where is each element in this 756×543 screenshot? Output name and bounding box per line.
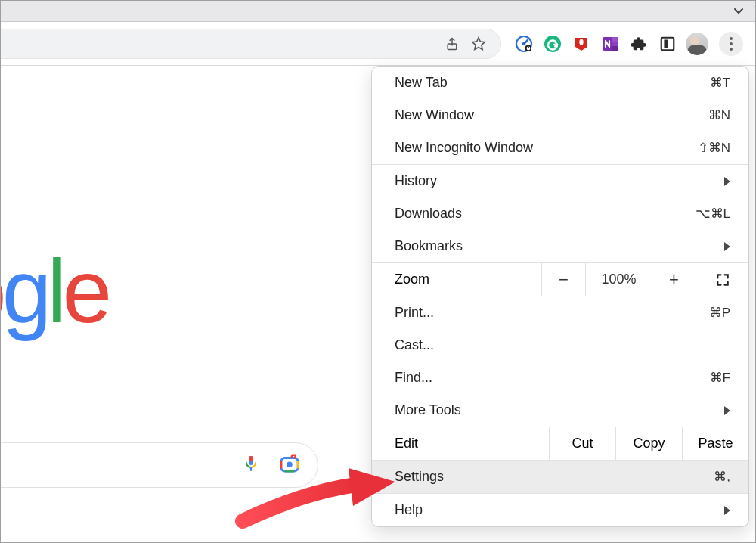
menu-settings[interactable]: Settings ⌘,: [372, 461, 748, 493]
menu-new-tab[interactable]: New Tab ⌘T: [372, 67, 748, 99]
fullscreen-button[interactable]: [696, 263, 748, 296]
svg-rect-10: [580, 42, 583, 45]
camera-search-icon[interactable]: [278, 452, 301, 478]
shortcut-label: ⇧⌘N: [698, 140, 730, 156]
profile-avatar[interactable]: [686, 33, 708, 55]
extensions-puzzle-icon[interactable]: [628, 33, 649, 54]
extension-grammarly-icon[interactable]: [542, 33, 563, 54]
svg-rect-5: [528, 46, 529, 48]
menu-bookmarks[interactable]: Bookmarks: [372, 230, 748, 262]
chevron-right-icon: [724, 506, 730, 515]
edit-cut-button[interactable]: Cut: [549, 427, 615, 460]
star-icon[interactable]: [470, 36, 487, 52]
browser-menu-button[interactable]: [719, 32, 743, 56]
zoom-in-button[interactable]: +: [652, 263, 696, 296]
menu-help[interactable]: Help: [372, 494, 748, 526]
chevron-right-icon: [724, 242, 730, 251]
chevron-right-icon: [724, 406, 730, 415]
shortcut-label: ⌘N: [708, 107, 730, 123]
menu-zoom-row: Zoom − 100% +: [372, 262, 748, 296]
menu-more-tools[interactable]: More Tools: [372, 394, 748, 427]
google-logo: ogle: [0, 240, 107, 343]
window-titlebar: [1, 1, 755, 22]
extension-onetab-icon[interactable]: [513, 33, 534, 54]
extension-onenote-icon[interactable]: [600, 33, 621, 54]
menu-history[interactable]: History: [372, 165, 748, 197]
shortcut-label: ⌘P: [709, 305, 730, 321]
chrome-menu: New Tab ⌘T New Window ⌘N New Incognito W…: [371, 66, 749, 527]
share-icon[interactable]: [445, 36, 460, 51]
edit-copy-button[interactable]: Copy: [615, 427, 682, 460]
menu-new-window[interactable]: New Window ⌘N: [372, 99, 748, 132]
svg-rect-13: [612, 42, 618, 46]
search-input[interactable]: [0, 442, 318, 488]
shortcut-label: ⌘T: [710, 75, 730, 91]
menu-new-incognito[interactable]: New Incognito Window ⇧⌘N: [372, 132, 748, 164]
extension-adblock-icon[interactable]: [571, 33, 592, 54]
menu-downloads[interactable]: Downloads ⌥⌘L: [372, 197, 748, 230]
zoom-value: 100%: [585, 263, 652, 296]
extension-icons: [507, 32, 755, 56]
menu-zoom-label: Zoom: [372, 263, 541, 296]
menu-print[interactable]: Print... ⌘P: [372, 296, 748, 329]
kebab-icon: [730, 37, 733, 51]
edit-paste-button[interactable]: Paste: [682, 427, 748, 460]
menu-find[interactable]: Find... ⌘F: [372, 361, 748, 394]
svg-point-19: [287, 462, 293, 468]
menu-edit-row: Edit Cut Copy Paste: [372, 427, 748, 461]
chevron-right-icon: [724, 177, 730, 186]
browser-toolbar: [1, 22, 755, 66]
menu-edit-label: Edit: [372, 427, 549, 460]
shortcut-label: ⌘,: [714, 469, 730, 485]
svg-point-2: [522, 42, 525, 45]
svg-rect-12: [612, 37, 618, 42]
shortcut-label: ⌥⌘L: [696, 206, 730, 222]
menu-cast[interactable]: Cast...: [372, 329, 748, 361]
zoom-out-button[interactable]: −: [541, 263, 585, 296]
address-bar[interactable]: [0, 29, 501, 59]
voice-search-icon[interactable]: [242, 452, 260, 478]
extension-reader-icon[interactable]: [657, 33, 678, 54]
shortcut-label: ⌘F: [710, 370, 730, 386]
chevron-down-icon[interactable]: [733, 5, 745, 20]
svg-rect-16: [664, 39, 668, 48]
svg-rect-14: [612, 46, 618, 51]
